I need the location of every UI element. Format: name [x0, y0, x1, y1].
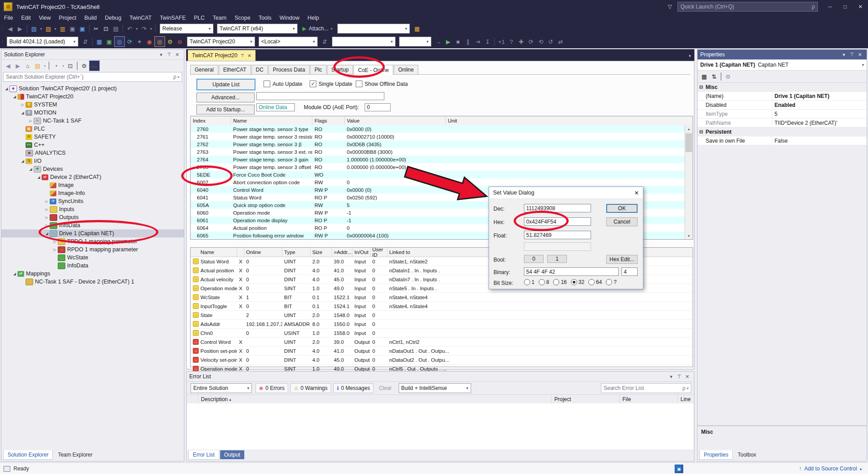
module-od-input[interactable]: 0	[365, 103, 391, 111]
toolbar-icon[interactable]: ∥	[463, 37, 473, 47]
checkbox-box[interactable]	[356, 80, 362, 87]
coe-table-row[interactable]: 6007 Abort connection option code RW 0	[191, 178, 685, 186]
toolbar-icon[interactable]: ▦	[699, 72, 709, 81]
tree-item[interactable]: ◉ ANALYTICS	[1, 149, 184, 157]
messages-filter-button[interactable]: ℹ0 Messages	[333, 383, 374, 393]
tree-item[interactable]: NC-Task 1 SAF - Device 2 (EtherCAT) 1	[1, 278, 184, 286]
toolbar-icon[interactable]: ⇥	[473, 37, 483, 47]
document-tab[interactable]: TwinCAT Project20 ⊤ ✕	[188, 50, 255, 61]
build-version-combo[interactable]: Build 4024.12 (Loaded)▾	[7, 37, 78, 47]
radio-icon[interactable]	[553, 279, 559, 285]
bitsize-radio[interactable]: 8	[539, 279, 549, 285]
menu-item[interactable]: Build	[80, 13, 101, 22]
toolbar-icon[interactable]: ▣	[68, 24, 77, 34]
radio-icon[interactable]	[606, 279, 612, 285]
device-subtab[interactable]: Startup	[327, 65, 353, 74]
toolbar-icon[interactable]: ▶	[443, 37, 453, 47]
category-collapse-icon[interactable]: ⊟	[698, 85, 705, 89]
toolbar-icon[interactable]: ⚙	[165, 37, 175, 47]
menu-item[interactable]: Team	[209, 13, 231, 22]
toolbar-icon[interactable]: ?	[506, 37, 516, 47]
advanced-button[interactable]: Advanced...	[196, 93, 255, 102]
toolbar-icon[interactable]	[123, 25, 123, 33]
close-icon[interactable]: ✕	[856, 52, 864, 58]
pin-icon[interactable]: ⊤	[241, 53, 245, 58]
toolbar-icon[interactable]: ▶	[15, 24, 25, 34]
tree-item[interactable]: ◢ ◆ Solution 'TwinCAT Project20' (1 proj…	[1, 85, 184, 93]
solution-search-input[interactable]: Search Solution Explorer (Ctrl+`) ρ ▾	[3, 72, 182, 82]
device-subtab[interactable]: EtherCAT	[219, 65, 251, 74]
tree-expand-arrow[interactable]: ▷	[44, 199, 49, 203]
hex-input[interactable]: 0x424F4F54	[524, 217, 591, 226]
tree-item[interactable]: ▷ ⟳ SyncUnits	[1, 197, 184, 205]
tree-item[interactable]: WcState	[1, 254, 184, 262]
pdo-variable-row[interactable]: → InputToggle X 0 BIT 0.1 1524.1 Input 0…	[191, 302, 693, 311]
twincat-tray-icon[interactable]: ▣	[675, 465, 683, 473]
menu-item[interactable]: Window	[276, 13, 303, 22]
toolbar-icon[interactable]: ◀	[3, 61, 13, 71]
toolbar-icon[interactable]: ▾	[135, 24, 139, 34]
panel-bottom-tab[interactable]: Solution Explorer	[3, 450, 53, 460]
toolbar-icon[interactable]: ▧	[43, 24, 53, 34]
tree-expand-arrow[interactable]: ▷	[44, 207, 49, 212]
tree-expand-arrow[interactable]: ◢	[20, 159, 25, 163]
coe-table-row[interactable]: 2761 Power stage temp. sensor 3 resistan…	[191, 133, 685, 140]
tree-item[interactable]: ▷ → TPDO 1 mapping parameter	[1, 237, 184, 245]
coe-table-row[interactable]: 2760 Power stage temp. sensor 3 type RO …	[191, 125, 685, 133]
column-header[interactable]: Flags	[312, 116, 345, 125]
close-icon[interactable]: ✕	[173, 52, 181, 58]
coe-table-row[interactable]: 2763 Power stage temp. sensor 3 ext. res…	[191, 148, 685, 156]
pin-icon[interactable]: ⊤	[675, 374, 683, 380]
intellisense-filter-combo[interactable]: Build + IntelliSense▾	[399, 383, 471, 393]
error-search-input[interactable]: Search Error List ρ ▾	[601, 383, 691, 393]
toolbar-icon[interactable]: ▣	[77, 24, 87, 34]
device-subtab[interactable]: DC	[251, 65, 268, 74]
ok-button[interactable]: OK	[606, 204, 638, 213]
single-update-checkbox[interactable]: ✓ Single Update	[310, 80, 352, 87]
toolbar-icon[interactable]	[155, 25, 156, 33]
panel-bottom-tab[interactable]: Output	[220, 450, 244, 459]
menu-item[interactable]: Tools	[255, 13, 276, 22]
column-header[interactable]: User ID	[370, 248, 387, 257]
toolbar-icon[interactable]: ■	[453, 37, 463, 47]
toolbar-icon[interactable]: ▾	[43, 61, 47, 71]
toolbar-icon[interactable]: ⌂	[23, 61, 33, 71]
toolbar-icon[interactable]	[92, 38, 93, 46]
tree-expand-arrow[interactable]: ◢	[20, 111, 25, 115]
tree-item[interactable]: InfoData	[1, 262, 184, 270]
toolbar-icon[interactable]: +1	[497, 37, 506, 47]
pdo-variable-row[interactable]: → Chn0 0 USINT 1.0 1558.0 Input 0	[191, 329, 693, 338]
toolbar-icon[interactable]: ✂	[91, 24, 101, 34]
toolbar-icon[interactable]: ⟲	[536, 37, 546, 47]
toolbar-icon[interactable]: ⇵	[320, 37, 330, 47]
show-offline-data-checkbox[interactable]: Show Offline Data	[356, 80, 408, 87]
tree-expand-arrow[interactable]: ◢	[28, 167, 33, 171]
column-header[interactable]: Value	[345, 116, 446, 125]
menu-item[interactable]: TwinCAT	[125, 13, 156, 22]
toolbar-icon[interactable]	[27, 25, 27, 33]
toolbar-icon[interactable]: ◀	[5, 24, 15, 34]
tree-item[interactable]: ⚙ SAFETY	[1, 133, 184, 141]
panel-bottom-tab[interactable]: Team Explorer	[54, 450, 96, 459]
warnings-filter-button[interactable]: ⚠0 Warnings	[290, 383, 331, 393]
toolbar-icon[interactable]: ▤	[33, 61, 43, 71]
pdo-variable-row[interactable]: → Position set-point X 0 DINT 4.0 41.0 O…	[191, 347, 693, 356]
coe-table-row[interactable]: 2764 Power stage temp. sensor 3 gain RO …	[191, 156, 685, 163]
bitsize-radio[interactable]: ?	[606, 279, 617, 285]
menu-item[interactable]: Edit	[17, 13, 35, 22]
toolbar-icon[interactable]: ↶	[125, 24, 135, 34]
category-collapse-icon[interactable]: ⊟	[698, 129, 705, 134]
window-menu-icon[interactable]: ▾	[157, 52, 165, 58]
scroll-down-icon[interactable]: ▼	[685, 232, 693, 239]
menu-item[interactable]: Debug	[101, 13, 125, 22]
tree-expand-arrow[interactable]: ▷	[52, 240, 57, 244]
menu-item[interactable]: Project	[55, 13, 81, 22]
dialog-title-bar[interactable]: Set Value Dialog ✕	[489, 187, 643, 199]
toolbar-icon[interactable]: ▦	[412, 24, 422, 34]
cancel-button[interactable]: Cancel	[606, 217, 638, 226]
toolbar-icon[interactable]: ↧	[483, 37, 493, 47]
device-subtab[interactable]: Online	[394, 65, 418, 74]
toolbar-icon[interactable]: ▾	[39, 24, 43, 34]
toolbar-icon[interactable]: ✦	[135, 37, 145, 47]
bitsize-radio[interactable]: 1	[524, 279, 535, 285]
